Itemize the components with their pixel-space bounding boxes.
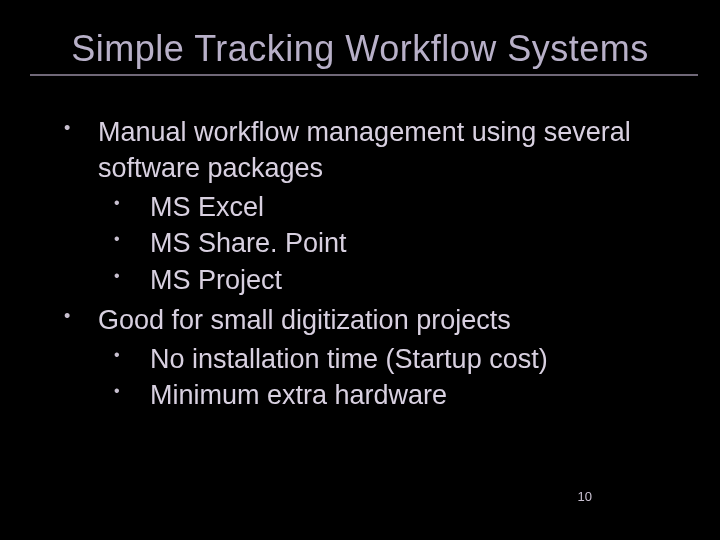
list-item-text: MS Share. Point	[150, 228, 347, 258]
list-item: MS Excel	[114, 189, 690, 225]
list-item: MS Share. Point	[114, 225, 690, 261]
bullet-list-level1: Manual workflow management using several…	[64, 114, 690, 414]
list-item: No installation time (Startup cost)	[114, 341, 690, 377]
list-item-text: MS Excel	[150, 192, 264, 222]
list-item-text: No installation time (Startup cost)	[150, 344, 548, 374]
bullet-list-level2: No installation time (Startup cost) Mini…	[98, 341, 690, 414]
slide-content: Manual workflow management using several…	[30, 106, 690, 414]
list-item: Manual workflow management using several…	[64, 114, 690, 298]
page-number: 10	[578, 489, 592, 504]
list-item: Minimum extra hardware	[114, 377, 690, 413]
list-item-text: Manual workflow management using several…	[98, 117, 631, 183]
list-item-text: Minimum extra hardware	[150, 380, 447, 410]
list-item-text: MS Project	[150, 265, 282, 295]
list-item: MS Project	[114, 262, 690, 298]
list-item: Good for small digitization projects No …	[64, 302, 690, 413]
slide-title: Simple Tracking Workflow Systems	[30, 28, 690, 70]
title-underline	[30, 74, 698, 76]
list-item-text: Good for small digitization projects	[98, 305, 511, 335]
slide: Simple Tracking Workflow Systems Manual …	[0, 0, 720, 540]
bullet-list-level2: MS Excel MS Share. Point MS Project	[98, 189, 690, 298]
